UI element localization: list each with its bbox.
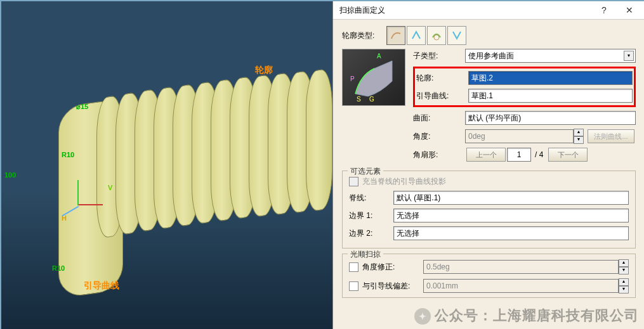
guide-field[interactable]: 草图.1 [468,89,633,103]
surface-field[interactable]: 默认 (平均平面) [465,111,636,125]
highlighted-fields: 轮廓: 草图.2 引导曲线: 草图.1 [413,67,636,107]
spine-label: 脊线: [349,193,393,203]
dimension-r10-1: R10 [62,151,74,158]
viewport-3d[interactable]: 100 R10 R10 ⌀15 轮廓 引导曲线 H V [1,1,332,329]
next-sector-button[interactable]: 下一个 [548,148,588,162]
boundary1-label: 边界 1: [349,210,393,221]
compass-x [77,204,103,205]
sector-value: 1 [507,148,531,162]
subtype-select[interactable]: 使用参考曲面 ▾ [465,49,636,63]
boundary2-label: 边界 2: [349,228,393,239]
chevron-down-icon: ▾ [624,51,634,61]
guide-deviation-spinner: ▲▼ [619,278,629,294]
angle-correction-input: 0.5deg [423,260,619,274]
profile-field[interactable]: 草图.2 [468,71,633,85]
dialog-titlebar[interactable]: 扫掠曲面定义 ? ✕ [333,1,644,20]
profile-type-explicit-icon[interactable] [386,26,405,45]
angle-spinner[interactable]: ▲▼ [574,129,584,144]
prev-sector-button[interactable]: 上一个 [466,148,506,162]
optional-elements-section: 可选元素 充当脊线的引导曲线投影 脊线: 默认 (草图.1) 边界 1: 无选择… [342,171,636,248]
help-button[interactable]: ? [591,3,617,18]
surface-label: 曲面: [413,113,465,124]
swept-part [39,58,331,280]
axis-v-label: V [108,184,112,191]
angle-correction-label: 角度修正: [362,262,423,273]
angle-correction-checkbox[interactable] [349,262,358,272]
profile-label: 轮廓: [416,73,468,84]
close-button[interactable]: ✕ [617,3,642,18]
guide-deviation-checkbox[interactable] [349,281,358,291]
guide-deviation-label: 与引导线偏差: [362,281,423,292]
profile-thumbnail: A P S G [342,49,405,106]
smooth-sweep-section: 光顺扫掠 角度修正: 0.5deg▲▼ 与引导线偏差: 0.001mm▲▼ [342,254,636,298]
optional-legend: 可选元素 [348,166,383,177]
profile-type-circle-icon[interactable] [427,26,446,45]
wechat-icon: ✦ [414,308,431,325]
dialog-title: 扫掠曲面定义 [336,5,591,16]
svg-text:G: G [369,96,374,103]
dimension-height: 100 [4,171,16,179]
dimension-d15: ⌀15 [76,103,88,111]
svg-text:S: S [357,96,361,103]
projection-label: 充当脊线的引导曲线投影 [362,176,446,187]
sweep-dialog: 扫掠曲面定义 ? ✕ 轮廓类型: A P S [332,1,644,329]
guide-label: 引导曲线: [416,91,468,101]
compass-y [77,180,79,205]
profile-type-label: 轮廓类型: [342,30,386,41]
subtype-label: 子类型: [413,51,465,61]
law-curve-button[interactable]: 法则曲线... [588,129,634,143]
watermark: ✦公众号：上海耀唐科技有限公司 [414,306,639,325]
projection-checkbox [349,177,358,186]
smooth-legend: 光顺扫掠 [348,249,383,260]
guide-deviation-input: 0.001mm [423,279,619,293]
subtype-value: 使用参考曲面 [468,51,514,61]
angle-correction-spinner: ▲▼ [619,259,629,274]
spine-field[interactable]: 默认 (草图.1) [393,191,629,205]
svg-text:P: P [350,75,355,82]
boundary2-field[interactable]: 无选择 [393,226,629,240]
profile-type-conic-icon[interactable] [447,26,466,45]
label-guide: 引导曲线 [84,280,119,292]
angle-input[interactable]: 0deg [465,129,574,143]
dimension-r10-2: R10 [52,264,65,272]
svg-point-0 [434,35,439,40]
svg-text:A: A [377,53,381,60]
label-profile: 轮廓 [255,65,273,76]
angle-sector-label: 角扇形: [413,150,465,160]
boundary1-field[interactable]: 无选择 [393,209,629,223]
angle-label: 角度: [413,131,465,142]
sector-total: / 4 [535,150,543,159]
profile-type-line-icon[interactable] [407,26,426,45]
